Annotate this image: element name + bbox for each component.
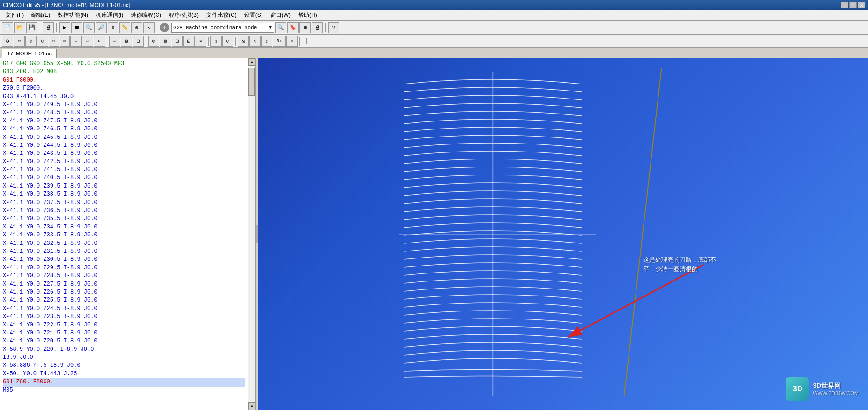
code-line: X-41.1 Y0.0 Z36.5 I-8.9 J0.0 — [3, 207, 245, 215]
minimize-button[interactable]: — — [841, 2, 848, 8]
measure-button[interactable]: 📏 — [119, 22, 130, 33]
svg-line-4 — [568, 265, 704, 337]
tb2-18[interactable]: ⊕ — [210, 36, 222, 47]
tb2-7[interactable]: ✏ — [70, 36, 82, 47]
tb2-20[interactable]: ⇲ — [238, 36, 249, 47]
tb2-22[interactable]: ↕ — [261, 36, 272, 47]
tb2-4[interactable]: ⊖ — [37, 36, 48, 47]
code-line: X-41.1 Y0.0 Z48.5 I-8.9 J0.0 — [3, 109, 245, 117]
menu-sim[interactable]: 程序模拟(B) — [165, 10, 202, 20]
tab-bar: T7_MODEL1-01.nc — [0, 48, 868, 58]
grid-button[interactable]: ▦ — [299, 22, 311, 33]
scroll-up-button[interactable]: ▲ — [248, 58, 256, 66]
code-line: X-41.1 Y0.0 Z33.5 I-8.9 J0.0 — [3, 231, 245, 239]
code-line: G43 Z80. H02 M08 — [3, 68, 245, 76]
zoom-out-button[interactable]: 🔎 — [96, 22, 107, 33]
code-area[interactable]: G17 G00 G90 G55 X-50. Y0.0 S2500 M03G43 … — [0, 58, 248, 410]
tb2-1[interactable]: ⚙ — [2, 36, 13, 47]
sep2 — [56, 23, 57, 32]
code-line: X-41.1 Y0.0 Z22.5 I-8.9 J0.0 — [3, 321, 245, 329]
new-button[interactable]: 📄 — [2, 22, 13, 33]
search-button[interactable]: 🔍 — [275, 22, 286, 33]
cursor-button[interactable]: ⊕ — [131, 22, 142, 33]
menu-file[interactable]: 文件(F) — [2, 10, 28, 20]
menu-machine[interactable]: 机床通信(I) — [92, 10, 127, 20]
menu-help[interactable]: 帮助(H) — [294, 10, 321, 20]
save-button[interactable]: 💾 — [26, 22, 37, 33]
tb2-12[interactable]: ⊟ — [133, 36, 144, 47]
code-line: Z50.5 F2000. — [3, 84, 245, 92]
tb2-13[interactable]: ⊕ — [148, 36, 159, 47]
tb2-9[interactable]: ▸ — [94, 36, 105, 47]
menu-edit[interactable]: 编辑(E) — [28, 10, 54, 20]
tb2-14[interactable]: ⊞ — [160, 36, 171, 47]
tb2-11[interactable]: ⊠ — [121, 36, 132, 47]
tb2-2[interactable]: ✂ — [14, 36, 25, 47]
viewer-panel[interactable]: 这是处理完的刀路，底部不平，少转一圈清根的 3D 3D世界网 WWW.3D8JW… — [258, 58, 868, 410]
code-line: G17 G00 G90 G55 X-50. Y0.0 S2500 M03 — [3, 60, 245, 68]
menu-nc[interactable]: 数控功能(N) — [54, 10, 92, 20]
tb2-15[interactable]: ⊟ — [172, 36, 183, 47]
tb2-6[interactable]: ⊞ — [60, 36, 70, 47]
print-button[interactable]: 🖨 — [43, 22, 54, 33]
code-line: X-41.1 Y0.0 Z21.5 I-8.9 J0.0 — [3, 329, 245, 337]
code-line: X-41.1 Y0.0 Z25.5 I-8.9 J0.0 — [3, 296, 245, 304]
machine-coord-dropdown[interactable]: G28 Machine coordinate mode ▼ — [171, 23, 274, 33]
code-line: X-41.1 Y0.0 Z40.5 I-8.9 J0.0 — [3, 174, 245, 182]
tb2-5[interactable]: ⊡ — [49, 36, 59, 47]
code-line: X-41.1 Y0.0 Z44.5 I-8.9 J0.0 — [3, 142, 245, 150]
code-line: X-41.1 Y0.0 Z34.5 I-8.9 J0.0 — [3, 223, 245, 231]
tb2-8[interactable]: ↩ — [82, 36, 93, 47]
code-line: X-41.1 Y0.0 Z42.5 I-8.9 J0.0 — [3, 158, 245, 166]
menu-compare[interactable]: 文件比较(C) — [202, 10, 240, 20]
tb2-10[interactable]: ⋯ — [109, 36, 120, 47]
code-line: X-58.886 Y-.5 I8.9 J0.0 — [3, 362, 245, 370]
menu-window[interactable]: 窗口(W) — [267, 10, 294, 20]
menu-bar: 文件(F) 编辑(E) 数控功能(N) 机床通信(I) 迷你编程(C) 程序模拟… — [0, 10, 868, 21]
tb2-17[interactable]: ≡ — [195, 36, 206, 47]
code-line: G01 F8000. — [3, 76, 245, 84]
code-line: X-41.1 Y0.0 Z24.5 I-8.9 J0.0 — [3, 305, 245, 313]
tb2-21[interactable]: ⇱ — [249, 36, 261, 47]
editor-scrollbar[interactable]: ▲ ▼ — [248, 58, 255, 410]
toolbar-row-1: 📄 📂 💾 🖨 ▶ ⏹ 🔍 🔎 ⊡ 📏 ⊕ ↖ ⚙ G28 Machine co… — [0, 21, 868, 35]
tb2-23[interactable]: 0x — [273, 36, 286, 47]
maximize-button[interactable]: □ — [849, 2, 857, 8]
print2-button[interactable]: 🖨 — [312, 22, 323, 33]
code-line: X-41.1 Y0.0 Z38.5 I-8.9 J0.0 — [3, 190, 245, 198]
stop-button[interactable]: ⏹ — [71, 22, 82, 33]
tb2-3[interactable]: ⊕ — [25, 36, 37, 47]
coord-label: G28 Machine coordinate mode — [173, 25, 269, 30]
sep1 — [40, 23, 40, 32]
zoom-in-button[interactable]: 🔍 — [83, 22, 95, 33]
coord-icon: ⚙ — [160, 23, 169, 32]
code-line: X-41.1 Y0.0 Z32.5 I-8.9 J0.0 — [3, 240, 245, 248]
code-line: X-41.1 Y0.0 Z35.5 I-8.9 J0.0 — [3, 215, 245, 223]
watermark-url: WWW.3D8JW.COM — [813, 390, 859, 396]
code-line: X-41.1 Y0.0 Z26.5 I-8.9 J0.0 — [3, 289, 245, 296]
menu-mini[interactable]: 迷你编程(C) — [127, 10, 165, 20]
play-button[interactable]: ▶ — [59, 22, 70, 33]
tb2-24[interactable]: ⊳ — [286, 36, 298, 47]
help-button[interactable]: ? — [328, 22, 339, 33]
code-line: X-41.1 Y0.0 Z41.5 I-8.9 J0.0 — [3, 166, 245, 174]
code-line: M05 — [3, 387, 245, 395]
close-button[interactable]: ✕ — [858, 2, 865, 8]
open-button[interactable]: 📂 — [14, 22, 25, 33]
select-button[interactable]: ↖ — [143, 22, 155, 33]
active-tab[interactable]: T7_MODEL1-01.nc — [2, 49, 57, 58]
bookmark-button[interactable]: 🔖 — [287, 22, 299, 33]
toolpath-svg — [258, 58, 868, 410]
scroll-down-button[interactable]: ▼ — [248, 402, 256, 410]
zoom-fit-button[interactable]: ⊡ — [108, 22, 118, 33]
code-line: X-41.1 Y0.0 Z45.5 I-8.9 J0.0 — [3, 134, 245, 142]
code-line: G03 X-41.1 I4.45 J0.0 — [3, 93, 245, 101]
sep8 — [235, 37, 236, 46]
tb2-16[interactable]: ⊡ — [183, 36, 195, 47]
scroll-thumb[interactable] — [248, 68, 255, 96]
tb2-19[interactable]: ⊖ — [222, 36, 233, 47]
menu-settings[interactable]: 设置(S) — [240, 10, 267, 20]
tb2-end: | — [302, 36, 311, 46]
code-line: X-41.1 Y0.0 Z28.5 I-8.9 J0.0 — [3, 272, 245, 280]
sep9 — [299, 37, 300, 46]
